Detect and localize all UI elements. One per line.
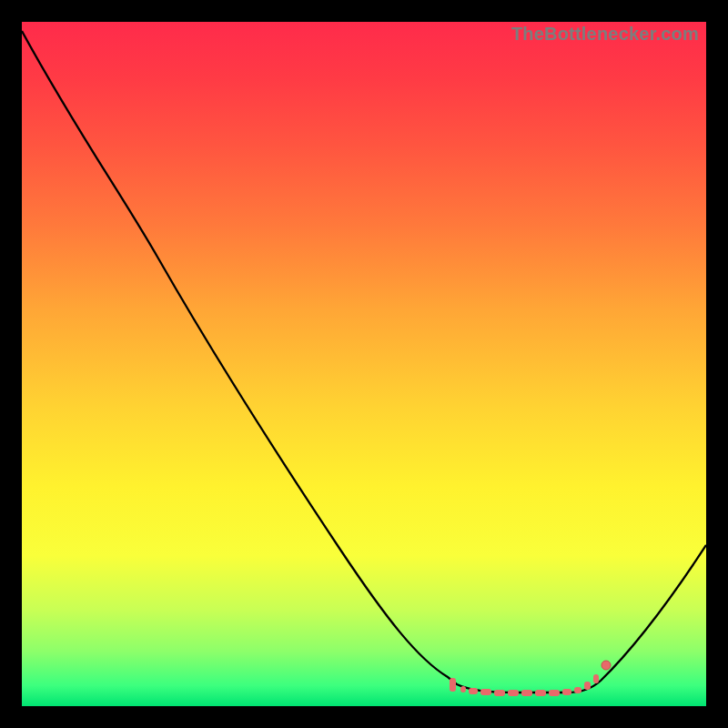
marker-seg	[535, 690, 546, 696]
chart-canvas: TheBottlenecker.com	[0, 0, 728, 728]
marker-seg	[480, 689, 491, 695]
marker-seg	[574, 687, 581, 693]
curve-line	[22, 31, 706, 693]
marker-seg	[562, 689, 571, 695]
marker-seg	[549, 690, 560, 696]
marker-end	[602, 661, 611, 670]
marker-seg	[469, 688, 478, 694]
marker-seg	[593, 674, 599, 683]
marker-seg	[584, 682, 591, 690]
marker-seg	[460, 686, 466, 693]
marker-seg	[508, 690, 519, 696]
chart-overlay	[22, 22, 706, 706]
plot-area: TheBottlenecker.com	[22, 22, 706, 706]
marker-seg	[494, 690, 505, 696]
marker-seg	[521, 690, 532, 696]
marker-start	[450, 678, 456, 692]
marker-cluster	[450, 661, 611, 696]
